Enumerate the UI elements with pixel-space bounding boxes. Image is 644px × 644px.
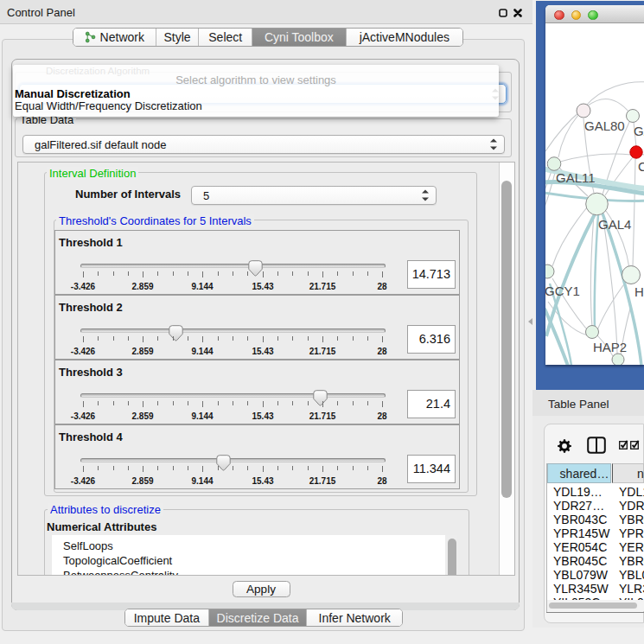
svg-text:HAP2: HAP2 bbox=[593, 340, 627, 354]
svg-text:GA: GA bbox=[634, 124, 644, 138]
svg-text:H: H bbox=[634, 284, 644, 299]
svg-text:GCY1: GCY1 bbox=[545, 284, 580, 298]
svg-text:GAL11: GAL11 bbox=[556, 170, 596, 185]
svg-text:GAL80: GAL80 bbox=[584, 118, 625, 133]
svg-text:C: C bbox=[638, 159, 644, 174]
svg-text:GAL4: GAL4 bbox=[598, 217, 631, 232]
